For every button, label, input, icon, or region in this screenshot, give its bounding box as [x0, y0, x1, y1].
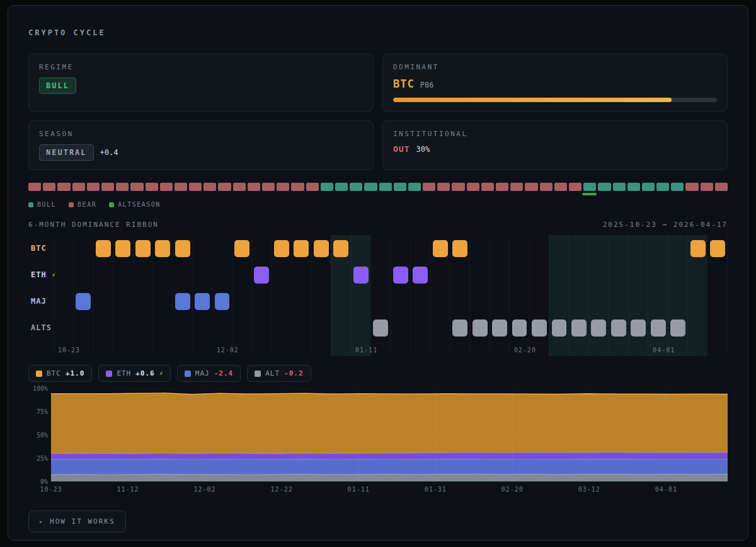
ribbon-cell[interactable] [629, 288, 648, 314]
ribbon-cell[interactable] [549, 262, 569, 288]
regime-segment-bear[interactable] [510, 183, 523, 191]
ribbon-cell[interactable] [113, 235, 132, 262]
regime-segment-bear[interactable] [248, 183, 260, 191]
ribbon-cell[interactable] [73, 235, 93, 262]
ribbon-cell[interactable] [450, 262, 469, 288]
regime-segment-bear[interactable] [146, 183, 158, 191]
ribbon-cell[interactable] [490, 314, 509, 341]
ribbon-cell[interactable] [272, 235, 291, 262]
ribbon-cell[interactable] [510, 288, 529, 314]
regime-segment-bear[interactable] [218, 183, 231, 191]
regime-segment-bear[interactable] [554, 183, 567, 191]
chip-btc[interactable]: BTC+1.0 [28, 365, 92, 382]
ribbon-cell[interactable] [668, 288, 688, 314]
regime-segment-bull[interactable] [642, 183, 655, 191]
ribbon-cell[interactable] [470, 262, 490, 288]
ribbon-cell[interactable] [292, 314, 311, 341]
ribbon-cell[interactable] [430, 288, 450, 314]
ribbon-cell[interactable] [351, 235, 370, 262]
ribbon-cell[interactable] [73, 288, 93, 314]
regime-segment-bull[interactable] [598, 183, 610, 191]
ribbon-cell[interactable] [569, 288, 588, 314]
regime-segment-bear[interactable] [467, 183, 479, 191]
ribbon-cell[interactable] [152, 288, 172, 314]
dominance-ribbon[interactable]: BTCETH ⚡MAJALTS10-2312-0201-1102-2004-01 [28, 235, 728, 356]
ribbon-cell[interactable] [589, 314, 609, 341]
ribbon-cell[interactable] [212, 288, 232, 314]
ribbon-cell[interactable] [629, 235, 648, 262]
regime-segment-bear[interactable] [685, 183, 698, 191]
chip-alt[interactable]: ALT-0.2 [247, 365, 311, 382]
ribbon-cell[interactable] [510, 235, 529, 262]
how-it-works-button[interactable]: ▸ HOW IT WORKS [28, 510, 126, 533]
ribbon-cell[interactable] [688, 314, 707, 341]
regime-segment-bear[interactable] [540, 183, 553, 191]
ribbon-cell[interactable] [391, 235, 410, 262]
regime-segment-bear[interactable] [28, 183, 41, 191]
ribbon-cell[interactable] [609, 288, 628, 314]
ribbon-cell[interactable] [113, 314, 132, 341]
regime-segment-bear[interactable] [481, 183, 494, 191]
ribbon-cell[interactable] [430, 235, 450, 262]
ribbon-cell[interactable] [54, 288, 73, 314]
ribbon-cell[interactable] [688, 262, 707, 288]
ribbon-cell[interactable] [371, 288, 391, 314]
ribbon-cell[interactable] [192, 288, 212, 314]
ribbon-cell[interactable] [252, 314, 272, 341]
ribbon-cell[interactable] [529, 262, 549, 288]
ribbon-cell[interactable] [173, 288, 192, 314]
ribbon-cell[interactable] [549, 235, 569, 262]
ribbon-cell[interactable] [609, 262, 628, 288]
ribbon-cell[interactable] [212, 314, 232, 341]
ribbon-cell[interactable] [232, 288, 251, 314]
ribbon-cell[interactable] [707, 235, 727, 262]
ribbon-cell[interactable] [212, 235, 232, 262]
ribbon-cell[interactable] [173, 262, 192, 288]
ribbon-cell[interactable] [292, 288, 311, 314]
ribbon-cell[interactable] [391, 288, 410, 314]
ribbon-cell[interactable] [351, 314, 370, 341]
regime-segment-bull[interactable] [321, 183, 333, 191]
regime-segment-bull[interactable] [408, 183, 421, 191]
ribbon-cell[interactable] [549, 288, 569, 314]
ribbon-cell[interactable] [272, 288, 291, 314]
regime-segment-bear[interactable] [452, 183, 464, 191]
ribbon-cell[interactable] [93, 235, 113, 262]
ribbon-cell[interactable] [73, 262, 93, 288]
ribbon-cell[interactable] [371, 262, 391, 288]
ribbon-cell[interactable] [133, 262, 152, 288]
ribbon-cell[interactable] [410, 314, 430, 341]
regime-segment-bear[interactable] [291, 183, 304, 191]
regime-segment-bear[interactable] [189, 183, 202, 191]
ribbon-cell[interactable] [668, 262, 688, 288]
regime-segment-bear[interactable] [525, 183, 537, 191]
ribbon-cell[interactable] [272, 314, 291, 341]
regime-segment-bull[interactable] [379, 183, 392, 191]
regime-segment-bear[interactable] [175, 183, 187, 191]
ribbon-cell[interactable] [688, 235, 707, 262]
ribbon-cell[interactable] [688, 288, 707, 314]
ribbon-cell[interactable] [331, 288, 351, 314]
chip-maj[interactable]: MAJ-2.4 [177, 365, 241, 382]
ribbon-cell[interactable] [569, 262, 588, 288]
regime-segment-bear[interactable] [423, 183, 435, 191]
ribbon-cell[interactable] [331, 235, 351, 262]
ribbon-cell[interactable] [54, 314, 73, 341]
ribbon-cell[interactable] [113, 262, 132, 288]
ribbon-cell[interactable] [569, 314, 588, 341]
ribbon-cell[interactable] [192, 262, 212, 288]
regime-segment-bull[interactable] [583, 183, 596, 191]
regime-segment-bull[interactable] [627, 183, 640, 191]
ribbon-cell[interactable] [668, 314, 688, 341]
ribbon-cell[interactable] [391, 262, 410, 288]
regime-segment-bull[interactable] [335, 183, 348, 191]
regime-segment-bear[interactable] [87, 183, 100, 191]
ribbon-cell[interactable] [529, 314, 549, 341]
ribbon-cell[interactable] [648, 314, 668, 341]
ribbon-cell[interactable] [629, 314, 648, 341]
regime-segment-bear[interactable] [701, 183, 713, 191]
ribbon-cell[interactable] [252, 262, 272, 288]
ribbon-cell[interactable] [93, 288, 113, 314]
ribbon-cell[interactable] [549, 314, 569, 341]
ribbon-cell[interactable] [529, 235, 549, 262]
